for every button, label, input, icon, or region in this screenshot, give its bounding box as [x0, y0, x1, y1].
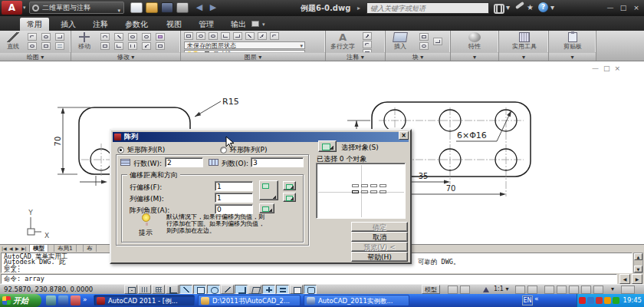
search-binoculars-icon[interactable]	[494, 4, 504, 12]
layer-properties-icon[interactable]	[184, 32, 193, 40]
dimension-tool-icon[interactable]	[363, 32, 372, 40]
array-tool-icon[interactable]	[156, 42, 165, 50]
layer-match-icon[interactable]	[245, 32, 255, 40]
prev-tab-button[interactable]: ◀	[9, 246, 13, 251]
edit-block-icon[interactable]	[419, 42, 429, 50]
mtext-tool-button[interactable]: A 多行文字	[327, 32, 358, 51]
clean-screen-button[interactable]	[621, 286, 635, 294]
tray-icon-5[interactable]	[613, 297, 619, 304]
annotation-autoscale-icon[interactable]	[527, 286, 537, 294]
status-menu-dropdown[interactable]: ▾	[609, 285, 616, 294]
polyline-tool-icon[interactable]	[41, 33, 51, 41]
fillet-tool-icon[interactable]	[142, 42, 151, 50]
dynamic-ucs-button[interactable]	[248, 285, 261, 294]
layer-freeze-icon[interactable]	[209, 32, 218, 40]
help-dropdown-icon[interactable]: ▾	[550, 3, 554, 12]
isolate-objects-bulb-icon[interactable]	[593, 286, 603, 294]
lineweight-toggle-button[interactable]	[276, 285, 289, 294]
tray-icon-2[interactable]	[587, 297, 594, 304]
move-tool-button[interactable]: 移动	[71, 32, 97, 51]
copy-tool-icon[interactable]	[128, 33, 137, 41]
layer-prev-icon[interactable]	[258, 32, 267, 40]
grid-display-button[interactable]	[152, 285, 165, 294]
ribbon-minimize-dropdown-icon[interactable]: ▾	[262, 21, 265, 28]
search-dropdown-icon[interactable]: ▾	[506, 3, 510, 12]
status-tray-icon[interactable]	[569, 286, 579, 294]
favorites-star-icon[interactable]: ★	[527, 3, 534, 12]
draw-panel-strip[interactable]: 绘图 ▾	[0, 52, 71, 61]
layer-lock-icon[interactable]	[233, 32, 242, 40]
language-indicator[interactable]: EN	[522, 295, 533, 305]
new-file-icon[interactable]	[130, 2, 143, 13]
next-tab-button[interactable]: ▶	[15, 246, 19, 251]
quick-view-layouts-icon[interactable]	[448, 286, 458, 294]
modify-panel-strip[interactable]: 修改 ▾	[71, 52, 180, 61]
line-tool-button[interactable]: 直线	[0, 32, 26, 51]
osnap-toggle-button[interactable]	[193, 285, 206, 294]
pick-row-offset-button[interactable]	[283, 181, 296, 190]
annotation-visibility-icon[interactable]	[515, 286, 525, 294]
taskbar-item-autocad[interactable]: AutoCAD 2011 - [例...	[94, 295, 195, 306]
tab-manage[interactable]: 管理	[192, 18, 221, 31]
tab-parametric[interactable]: 参数化	[118, 18, 155, 31]
quicklaunch-icon-1[interactable]	[46, 295, 56, 305]
scroll-left-button[interactable]: ◀	[619, 274, 630, 284]
app-menu-dropdown-icon[interactable]: ▾	[23, 5, 26, 11]
columns-input[interactable]	[251, 157, 304, 167]
annotate-panel-strip[interactable]: 注释 ▾	[326, 52, 385, 61]
selection-cycling-button[interactable]	[304, 285, 317, 294]
circle-tool-icon[interactable]	[28, 42, 37, 50]
scroll-down-button[interactable]: ▼	[634, 266, 642, 272]
utilities-button[interactable]: 实用工具	[511, 32, 538, 51]
redo-icon[interactable]: ▶	[207, 2, 219, 13]
close-button[interactable]: ×	[630, 2, 642, 13]
insert-block-button[interactable]: 插入	[387, 32, 413, 51]
otrack-toggle-button[interactable]	[235, 285, 248, 294]
trim-tool-icon[interactable]	[114, 33, 123, 41]
start-button[interactable]: 开始	[0, 294, 41, 307]
tray-chevron[interactable]: «	[534, 295, 540, 305]
stretch-tool-icon[interactable]	[100, 42, 110, 50]
block-attributes-icon[interactable]	[433, 38, 442, 45]
row-offset-input[interactable]	[215, 181, 253, 191]
properties-panel-strip[interactable]: ▾	[451, 52, 498, 61]
app-menu-button[interactable]: A	[2, 1, 22, 15]
annotation-scale-button[interactable]: 1:1 ▾	[491, 285, 511, 294]
tray-icon-4[interactable]	[604, 297, 611, 304]
model-space-button[interactable]: 模型	[422, 285, 440, 294]
workspace-selector[interactable]: 二维草图与注释 ▾	[29, 2, 124, 14]
angle-snap-button[interactable]	[221, 285, 234, 294]
tab-output[interactable]: 输出	[224, 18, 253, 31]
dialog-close-button[interactable]: ×	[399, 131, 409, 140]
open-file-icon[interactable]	[146, 2, 158, 13]
minimize-button[interactable]: —	[604, 2, 616, 13]
tab-view[interactable]: 视图	[159, 18, 189, 31]
scroll-right-button[interactable]: ▶	[632, 274, 642, 284]
rows-input[interactable]	[165, 157, 203, 167]
taskbar-item-document[interactable]: AutoCAD_2011实例教...	[304, 295, 409, 306]
quick-properties-button[interactable]	[290, 285, 303, 294]
last-tab-button[interactable]: ▶|	[21, 246, 27, 251]
snap-toggle-button[interactable]	[124, 285, 137, 294]
quicklaunch-chevron[interactable]: »	[83, 295, 89, 305]
quick-view-drawings-icon[interactable]	[460, 286, 470, 294]
quicklaunch-icon-2[interactable]	[58, 295, 68, 305]
pick-both-offsets-button[interactable]	[259, 180, 278, 200]
scroll-up-button[interactable]: ▲	[634, 253, 642, 260]
pick-angle-button[interactable]	[259, 203, 274, 213]
mirror-tool-icon[interactable]	[128, 42, 137, 50]
dynamic-input-button[interactable]	[262, 285, 275, 294]
tray-icon-1[interactable]	[579, 297, 586, 304]
preview-button[interactable]: 预览(V) <	[351, 242, 408, 252]
command-scrollbar[interactable]: ▲ ▼	[633, 253, 643, 273]
wrench-icon[interactable]	[515, 2, 524, 9]
block-panel-strip[interactable]: 块 ▾	[386, 52, 450, 61]
ribbon-minimize-icon[interactable]	[251, 21, 259, 27]
layer-off-icon[interactable]	[221, 32, 230, 40]
workspace-switch-gear-icon[interactable]	[544, 286, 554, 294]
clipboard-button[interactable]: 剪贴板	[560, 32, 586, 51]
save-icon[interactable]	[161, 2, 173, 13]
rectangle-tool-icon[interactable]	[41, 42, 51, 50]
erase-tool-icon[interactable]	[156, 33, 165, 41]
tab-annotate[interactable]: 注释	[86, 18, 115, 31]
